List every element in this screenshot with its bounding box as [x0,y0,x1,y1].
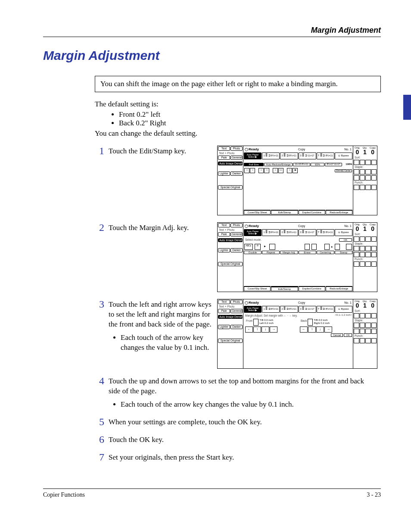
btn-special-original[interactable]: Special Original [218,339,243,343]
punch-opt-4[interactable] [371,338,377,343]
staple-opt-7[interactable] [365,329,371,334]
btn-front-up[interactable]: ↑ [253,327,261,333]
punch-opt-3[interactable] [365,261,371,267]
tray-t[interactable]: T ≣ ⊐ 8½×11 [317,229,334,236]
tab-duplex-combine[interactable]: Duplex/Combine [299,210,325,215]
btn-pale[interactable]: Pale [218,156,230,160]
btn-auto-reduce-enlarge[interactable]: Auto Reduce/Enlarge [264,163,293,166]
btn-auto-paper-select[interactable]: Auto Paper Select ▶ [244,306,262,313]
stack-opt-2[interactable] [371,160,377,165]
staple-opt-1[interactable] [354,323,359,328]
punch-opt-1[interactable] [354,338,359,343]
btn-text[interactable]: Text [218,146,230,151]
tray-t[interactable]: T ≣ ⊐ 8½×11 [317,152,334,159]
btn-back-down[interactable]: ↓ [316,327,324,333]
staple-opt-7[interactable] [365,252,371,257]
tray-3[interactable]: 3 ≣ ⊐ 11×17 [299,306,316,313]
btn-text[interactable]: Text [218,223,230,227]
sort-opt-1[interactable] [354,313,359,318]
btn-ok[interactable]: OK [339,238,352,242]
staple-opt-3[interactable] [365,169,371,174]
btn-auto-image-density[interactable]: Auto Image Density [218,238,243,243]
btn-auto-paper-select[interactable]: Auto Paper Select ▶ [244,152,262,159]
btn-photo[interactable]: Photo [230,146,243,151]
mode-icon-double[interactable]: ABC▸ [244,244,253,250]
staple-opt-1[interactable] [354,246,359,251]
staple-opt-2[interactable] [360,246,365,251]
punch-opt-4[interactable] [371,261,377,267]
tab-edit-stamp[interactable]: Edit/Stamp [271,210,298,215]
btn-ok[interactable]: OK [344,333,352,337]
btn-back-right[interactable]: → [324,327,332,333]
stack-opt-1[interactable] [365,160,371,165]
staple-opt-6[interactable] [360,252,365,257]
staple-opt-2[interactable] [360,323,365,328]
btn-shrink-center[interactable]: Shrink& Center [335,169,352,172]
punch-opt-1[interactable] [354,261,359,267]
staple-opt-4[interactable] [371,169,377,174]
sort-opt-1[interactable] [354,236,359,242]
btn-lighter[interactable]: Lighter [218,171,230,176]
stack-opt-2[interactable] [371,313,377,318]
tray-2[interactable]: 2 ≣ ⊐ 8½×11 [280,229,298,236]
btn-lighter[interactable]: Lighter [218,325,230,329]
staple-opt-3[interactable] [365,323,371,328]
btn-photo[interactable]: Photo [230,223,243,227]
btn-special-original[interactable]: Special Original [218,262,243,266]
btn-front-down[interactable]: ↓ [262,327,269,333]
punch-opt-4[interactable] [371,185,377,190]
mode-icon-center-b[interactable] [335,244,340,250]
btn-double[interactable]: Double [244,251,262,254]
mode-icon-erase-b[interactable] [311,244,317,250]
btn-generation[interactable]: Generation [230,156,243,160]
staple-opt-3[interactable] [365,246,371,251]
btn-auto-image-density[interactable]: Auto Image Density [218,162,243,166]
btn-auto-paper-select[interactable]: Auto Paper Select ▶ [244,229,262,236]
btn-stamp[interactable]: Stamp [335,251,352,254]
btn-text[interactable]: Text [218,300,230,304]
punch-opt-3[interactable] [365,338,371,343]
tray-t[interactable]: T ≣ ⊐ 8½×11 [317,306,334,313]
punch-opt-2[interactable] [360,185,365,190]
mode-icon-margin[interactable] [269,244,275,250]
btn-front-left[interactable]: ← [245,327,253,333]
sort-opt-2[interactable] [360,160,365,165]
tab-reduce-enlarge[interactable]: Reduce/Enlarge [326,210,352,215]
combine-icon-b[interactable]: ▯ [264,168,269,173]
btn-generation[interactable]: Generation [230,232,243,236]
staple-opt-2[interactable] [360,169,365,174]
mode-icon-stamp[interactable] [346,244,352,250]
btn-cancel[interactable]: Cancel [331,333,343,337]
btn-erase[interactable]: Erase [299,251,316,254]
staple-opt-5[interactable] [354,329,359,334]
btn-back-left[interactable]: ← [300,327,308,333]
duplex-icon-b[interactable]: ▯ [250,168,255,173]
combine-icon[interactable]: ▯ [258,168,264,173]
staple-opt-6[interactable] [360,329,365,334]
stack-opt-1[interactable] [365,313,371,318]
btn-generation[interactable]: Generation [230,309,243,313]
btn-photo[interactable]: Photo [230,300,243,304]
btn-pale[interactable]: Pale [218,309,230,313]
btn-auto-image-density[interactable]: Auto Image Density [218,315,243,319]
tab-duplex-combine[interactable]: Duplex/Combine [299,286,325,291]
btn-lighter[interactable]: Lighter [218,248,230,252]
btn-darker[interactable]: Darker [230,325,243,329]
tab-cover-slip[interactable]: Cover/Slip Sheet [244,210,271,215]
mode-icon-erase-a[interactable] [305,244,310,250]
tray-2[interactable]: 2 ≣ ⊐ 8½×11 [280,152,298,159]
staple-opt-6[interactable] [360,175,365,180]
tab-edit-stamp[interactable]: Edit/Stamp [271,286,298,291]
series-icon[interactable]: ▯ [273,168,278,173]
tab-reduce-enlarge[interactable]: Reduce/Enlarge [326,286,352,291]
btn-back-up[interactable]: ↑ [308,327,316,333]
btn-ratio-2[interactable]: 8½×17 11×17 [325,163,342,166]
btn-darker[interactable]: Darker [230,248,243,252]
staple-opt-4[interactable] [371,323,377,328]
btn-front-right[interactable]: → [270,327,277,333]
tray-bypass[interactable]: ⊔ Bypass [335,229,352,236]
tray-2[interactable]: 2 ≣ ⊐ 8½×11 [280,306,298,313]
staple-opt-4[interactable] [371,246,377,251]
duplex-icon[interactable]: ▯ [244,168,249,173]
btn-margin-adj[interactable]: Margin Adj. [280,251,298,254]
